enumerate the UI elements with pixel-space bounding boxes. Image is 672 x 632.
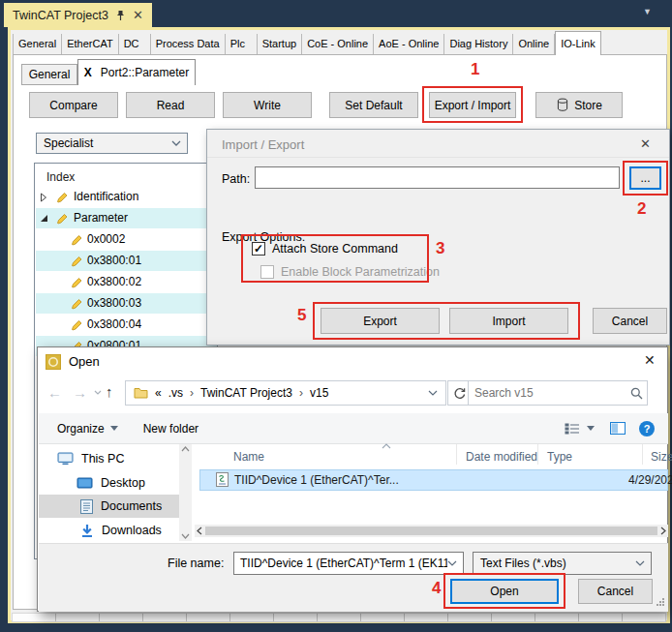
file-row-selected[interactable]: TIID^Device 1 (EtherCAT)^Ter... 4/29/202… bbox=[199, 469, 668, 491]
compare-button[interactable]: Compare bbox=[29, 92, 118, 118]
tree-item-0x0002[interactable]: 0x0002 bbox=[36, 229, 217, 250]
attach-store-checkbox[interactable]: ✓ bbox=[252, 242, 265, 256]
search-input[interactable] bbox=[469, 386, 630, 400]
subtab-port2-parameter[interactable]: X Port2::Parameter bbox=[77, 59, 196, 85]
set-default-button[interactable]: Set Default bbox=[329, 92, 418, 118]
breadcrumb-v15[interactable]: v15 bbox=[310, 386, 328, 400]
browse-button[interactable]: ... bbox=[629, 166, 661, 190]
breadcrumb-vs[interactable]: .vs bbox=[168, 386, 183, 400]
tree-item-0x3800-01[interactable]: 0x3800:01 bbox=[36, 251, 217, 271]
annotation-number-3: 3 bbox=[436, 239, 444, 258]
scroll-down-icon[interactable] bbox=[181, 533, 190, 539]
sidebar-scrollbar[interactable] bbox=[179, 444, 192, 541]
window-dropdown-icon[interactable]: ▼ bbox=[643, 7, 652, 16]
tab-startup[interactable]: Startup bbox=[258, 34, 302, 54]
tree-item-0x3800-03[interactable]: 0x3800:03 bbox=[36, 293, 217, 314]
enable-block-checkbox[interactable] bbox=[260, 265, 274, 279]
search-box[interactable] bbox=[468, 380, 648, 406]
open-button[interactable]: Open bbox=[450, 579, 559, 604]
subtab-general[interactable]: General bbox=[21, 64, 77, 85]
compare-label: Compare bbox=[49, 99, 97, 112]
access-level-value: Specialist bbox=[37, 136, 171, 150]
sidebar-item-label: Downloads bbox=[102, 524, 162, 537]
close-icon[interactable]: ✕ bbox=[133, 8, 143, 22]
chevron-down-icon bbox=[635, 560, 645, 566]
tab-plc[interactable]: Plc bbox=[226, 34, 258, 54]
pin-icon[interactable] bbox=[115, 10, 126, 21]
column-divider[interactable] bbox=[456, 444, 457, 465]
column-header-name[interactable]: Name bbox=[233, 450, 264, 464]
export-import-button[interactable]: Export / Import bbox=[429, 92, 516, 118]
file-date-modified: 4/29/2022 3:19 AM bbox=[628, 473, 672, 487]
column-header-type[interactable]: Type bbox=[547, 450, 572, 464]
forward-icon[interactable]: → bbox=[73, 384, 87, 401]
organize-button[interactable]: Organize bbox=[57, 422, 118, 436]
cancel-button[interactable]: Cancel bbox=[593, 308, 667, 334]
document-horizontal-scrollbar[interactable] bbox=[12, 613, 666, 622]
breadcrumb-overflow[interactable]: « bbox=[155, 386, 162, 400]
tab-online[interactable]: Online bbox=[513, 34, 555, 54]
cancel-button[interactable]: Cancel bbox=[578, 579, 653, 604]
column-divider[interactable] bbox=[537, 444, 538, 465]
sidebar-item-this-pc[interactable]: This PC bbox=[57, 447, 124, 470]
column-divider[interactable] bbox=[642, 444, 643, 465]
up-icon[interactable]: ↑ bbox=[106, 383, 113, 400]
tree-node-identification[interactable]: Identification bbox=[36, 187, 217, 207]
recent-locations-icon[interactable] bbox=[94, 390, 102, 395]
tab-aoe-online[interactable]: AoE - Online bbox=[374, 34, 444, 54]
address-bar[interactable]: « .vs › TwinCAT Project3 › v15 bbox=[125, 380, 446, 406]
document-icon bbox=[80, 499, 93, 514]
preview-pane-icon[interactable] bbox=[610, 422, 626, 435]
import-button[interactable]: Import bbox=[449, 308, 568, 334]
scroll-left-icon[interactable] bbox=[197, 527, 202, 535]
store-button[interactable]: Store bbox=[535, 92, 623, 118]
file-type-combobox[interactable]: Text Files (*.vbs) bbox=[473, 552, 652, 575]
column-header-date-modified[interactable]: Date modified bbox=[466, 450, 537, 464]
tab-process-data[interactable]: Process Data bbox=[151, 34, 226, 54]
help-icon[interactable]: ? bbox=[639, 421, 655, 436]
expander-collapsed-icon[interactable] bbox=[40, 193, 49, 202]
resize-grip-icon[interactable] bbox=[656, 597, 665, 607]
tab-diag-history[interactable]: Diag History bbox=[444, 34, 513, 54]
tree-node-label: Identification bbox=[74, 190, 138, 203]
sidebar-item-documents[interactable]: Documents bbox=[80, 495, 162, 518]
tree-node-parameter[interactable]: Parameter bbox=[36, 208, 217, 228]
breadcrumb-project[interactable]: TwinCAT Project3 bbox=[200, 386, 292, 400]
subtab-close-icon[interactable]: X bbox=[84, 66, 92, 79]
scroll-up-icon[interactable] bbox=[181, 446, 190, 452]
document-tab-twincat-project[interactable]: TwinCAT Project3 ✕ bbox=[4, 3, 152, 27]
tree-item-0x3800-04[interactable]: 0x3800:04 bbox=[36, 315, 217, 335]
pencil-icon bbox=[71, 233, 83, 246]
close-icon[interactable]: ✕ bbox=[640, 136, 651, 151]
column-header-size[interactable]: Size bbox=[651, 450, 672, 464]
expander-expanded-icon[interactable] bbox=[40, 214, 49, 223]
file-name-combobox[interactable]: TIID^Device 1 (EtherCAT)^Term 1 (EK110 bbox=[233, 552, 464, 575]
path-input[interactable] bbox=[255, 166, 620, 189]
tab-io-link[interactable]: IO-Link bbox=[555, 31, 600, 55]
chevron-down-icon[interactable] bbox=[428, 390, 438, 396]
tree-column-header-index[interactable]: Index bbox=[46, 170, 75, 184]
chevron-down-icon[interactable] bbox=[447, 560, 457, 566]
tab-dc[interactable]: DC bbox=[119, 34, 151, 54]
file-list-horizontal-scrollbar[interactable] bbox=[195, 525, 668, 537]
command-bar: Organize New folder ? bbox=[39, 413, 668, 444]
sort-ascending-icon bbox=[382, 443, 391, 449]
export-button[interactable]: Export bbox=[321, 308, 440, 334]
caret-down-icon[interactable] bbox=[587, 426, 595, 431]
view-list-icon[interactable] bbox=[565, 422, 580, 436]
tab-ethercat[interactable]: EtherCAT bbox=[62, 34, 118, 54]
close-icon[interactable]: ✕ bbox=[644, 352, 656, 368]
search-icon[interactable] bbox=[630, 387, 643, 400]
back-icon[interactable]: ← bbox=[47, 384, 62, 401]
tree-item-0x3800-02[interactable]: 0x3800:02 bbox=[36, 272, 217, 292]
sidebar-item-desktop[interactable]: Desktop bbox=[76, 471, 145, 495]
tab-coe-online[interactable]: CoE - Online bbox=[302, 34, 374, 54]
sidebar-item-downloads[interactable]: Downloads bbox=[80, 519, 162, 542]
tab-general[interactable]: General bbox=[13, 34, 62, 54]
write-button[interactable]: Write bbox=[223, 92, 312, 118]
scroll-right-icon[interactable] bbox=[660, 527, 666, 535]
access-level-combobox[interactable]: Specialist bbox=[36, 133, 188, 154]
scrollbar-thumb[interactable] bbox=[205, 527, 657, 535]
read-button[interactable]: Read bbox=[126, 92, 215, 118]
new-folder-button[interactable]: New folder bbox=[143, 422, 199, 436]
